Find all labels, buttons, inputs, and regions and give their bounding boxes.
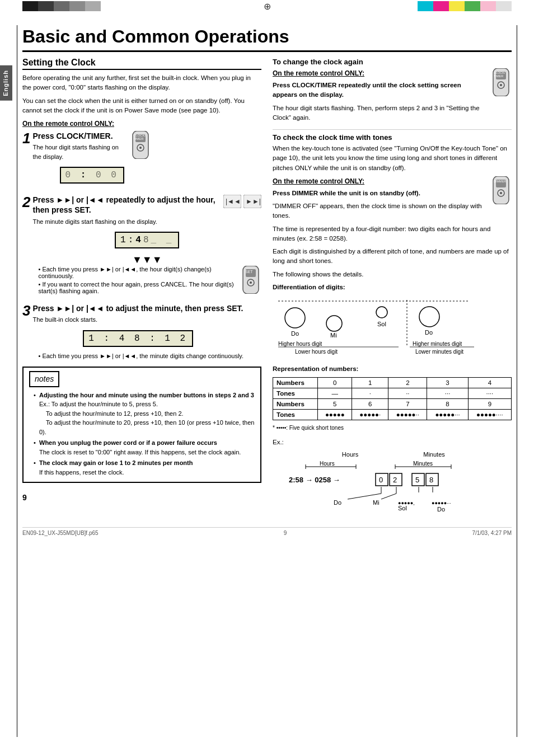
svg-text:TIMER: TIMER [494, 74, 503, 78]
svg-point-29 [376, 307, 387, 318]
td-9: 9 [468, 399, 511, 410]
th-numbers1: Numbers [273, 378, 318, 388]
top-bar-left [0, 0, 179, 12]
cb-yellow [449, 1, 465, 11]
step1-content: CLOCK/ TIMER Press CLOCK/TIMER. The hour… [32, 131, 151, 189]
td-7: 7 [388, 399, 427, 410]
svg-text:2: 2 [393, 476, 397, 484]
svg-text:Lower minutes digit: Lower minutes digit [415, 349, 463, 355]
tone-7: ●●●●●·· [388, 410, 427, 420]
td-5: 5 [318, 399, 352, 410]
step1-display: 0 : 0 0 [32, 163, 151, 187]
tone-2: ·· [388, 388, 427, 399]
step2: 2 Press ►►| or |◄◄ repeatedly to adjust … [22, 195, 261, 298]
group-skip-right-icon: ►►| [243, 195, 261, 210]
page-wrapper: English Basic and Common Operations Sett… [0, 21, 534, 754]
color-blocks-left [22, 1, 101, 11]
tone-6: ●●●●●· [352, 410, 388, 420]
svg-text:SET: SET [245, 270, 253, 274]
td-6: 6 [352, 399, 388, 410]
step2-bullet2: If you want to correct the hour again, p… [38, 281, 261, 294]
step3: 3 Press ►►| or |◄◄ to adjust the minute,… [22, 303, 261, 361]
section1-heading: Setting the Clock [22, 58, 261, 70]
tone-3: ··· [427, 388, 468, 399]
table-row-header2: Numbers 5 6 7 8 9 [273, 399, 512, 410]
page-number-left: 9 [22, 487, 261, 502]
ex-diagram: Hours Minutes Hours Minutes [273, 451, 512, 522]
section3-heading: To check the clock time with tones [273, 133, 512, 142]
lcd-display-3: 1 : 4 8 : 1 2 [83, 330, 193, 347]
group-skip-left-icon: |◄◄ [223, 195, 241, 210]
step1-number: 1 [22, 131, 30, 145]
th-tones1: Tones [273, 388, 318, 399]
svg-text:Mi: Mi [373, 499, 380, 506]
svg-text:Do: Do [425, 329, 433, 336]
two-col: Setting the Clock Before operating the u… [22, 58, 512, 522]
tone-0: — [318, 388, 352, 399]
minutes-label: Minutes [395, 451, 474, 458]
section3-remote-icon: DIMMER [490, 176, 512, 206]
notes-item2: When you unplug the power cord or if a p… [34, 438, 255, 457]
svg-text:0: 0 [379, 476, 383, 484]
tone-8: ●●●●●··· [427, 410, 468, 420]
svg-text:Do: Do [291, 330, 299, 337]
svg-text:DIMMER: DIMMER [494, 180, 506, 183]
svg-point-24 [500, 192, 502, 194]
svg-point-27 [285, 308, 305, 328]
cb-black [22, 1, 38, 11]
td-0: 0 [318, 378, 352, 388]
section1-body2: You can set the clock when the unit is e… [22, 96, 261, 116]
td-2: 2 [388, 378, 427, 388]
compass-symbol: ⊕ [264, 1, 271, 12]
table-row-tones2: Tones ●●●●● ●●●●●· ●●●●●·· ●●●●●··· ●●●●… [273, 410, 512, 420]
cb-dark [38, 1, 54, 11]
section3-bold1: Press DIMMER while the unit is on standb… [273, 189, 486, 198]
svg-text:|◄◄: |◄◄ [226, 198, 241, 205]
svg-point-28 [326, 316, 342, 331]
section3-body3: The time is represented by a four-digit … [273, 224, 512, 244]
section2-remote-label: On the remote control ONLY: [273, 68, 486, 78]
border-left [17, 25, 17, 737]
footer-left: EN09-12_UX-J55MD[UB]f.p65 [22, 530, 99, 536]
footer-right: 7/1/03, 4:27 PM [472, 530, 512, 536]
ex-svg: Hours Minutes 2:58 → 0258 → 0 2 [289, 460, 496, 522]
notes-item3: The clock may gain or lose 1 to 2 minute… [34, 458, 255, 477]
cb-gray3 [85, 1, 101, 11]
table-row-tones1: Tones — · ·· ··· ···· [273, 388, 512, 399]
top-bar-right [355, 0, 534, 12]
section3-body1: When the key-touch tone is activated (se… [273, 144, 512, 173]
td-3: 3 [427, 378, 468, 388]
td-1: 1 [352, 378, 388, 388]
main-title: Basic and Common Operations [22, 21, 512, 52]
svg-text:Higher minutes digit: Higher minutes digit [413, 341, 462, 347]
notes-box: notes Adjusting the hour and minute usin… [22, 367, 261, 483]
step3-title: Press ►►| or |◄◄ to adjust the minute, t… [32, 303, 243, 313]
step2-bullet1: Each time you press ►►| or |◄◄, the hour… [38, 266, 261, 279]
section3-body5: The following shows the details. [273, 270, 512, 279]
repr-heading: Representation of numbers: [273, 364, 512, 374]
color-blocks-right [418, 1, 512, 11]
table-row-header1: Numbers 0 1 2 3 4 [273, 378, 512, 388]
step2-number: 2 [22, 195, 30, 209]
tone-1: · [352, 388, 388, 399]
step2-body: The minute digits start flashing on the … [32, 217, 220, 227]
diff-heading: Differentiation of digits: [273, 283, 512, 292]
svg-text:5: 5 [415, 476, 419, 484]
svg-text:Hours: Hours [320, 461, 335, 467]
cb-gray2 [69, 1, 85, 11]
section3-body4: Each digit is distinguished by a differe… [273, 247, 512, 266]
section2-text: On the remote control ONLY: Press CLOCK/… [273, 68, 486, 126]
tone-4: ···· [468, 388, 511, 399]
step2-title: Press ►►| or |◄◄ repeatedly to adjust th… [32, 195, 220, 215]
svg-text:2:58 → 0258 →: 2:58 → 0258 → [289, 476, 340, 484]
td-4: 4 [468, 378, 511, 388]
section3-text: On the remote control ONLY: Press DIMMER… [273, 176, 486, 224]
cb-ltgray [496, 1, 512, 11]
section2-heading: To change the clock again [273, 58, 512, 66]
footnote: * •••••: Five quick short tones [273, 424, 512, 432]
tones-table: Numbers 0 1 2 3 4 Tones — · ·· ··· ···· … [273, 377, 512, 420]
svg-point-13 [250, 281, 252, 284]
svg-text:●●●●●···: ●●●●●··· [432, 500, 451, 506]
border-right [517, 25, 517, 737]
step1: 1 CLOCK/ TIMER [22, 131, 261, 189]
